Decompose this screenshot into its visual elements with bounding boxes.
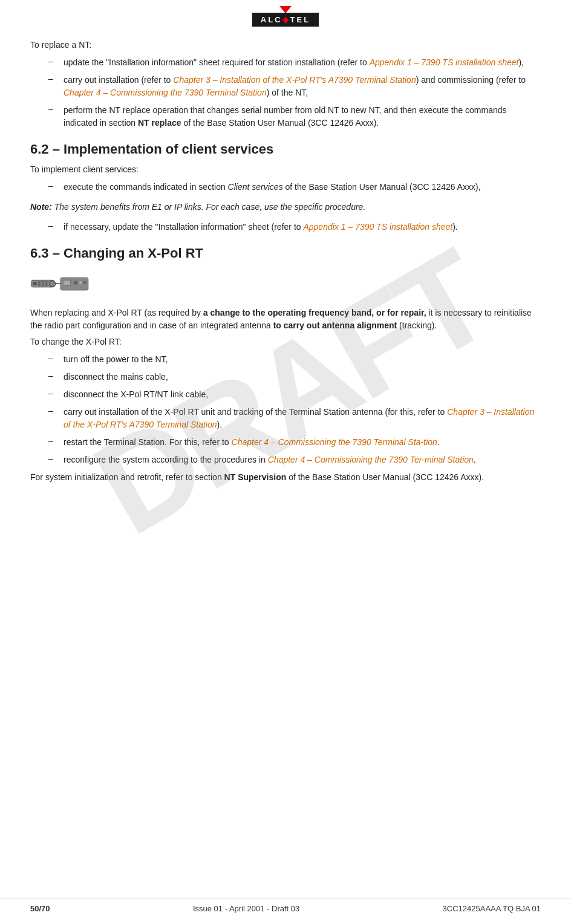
link-chapter4-restart[interactable]: Chapter 4 – Commissioning the 7390 Termi… bbox=[232, 437, 437, 447]
link-chapter3-xpol[interactable]: Chapter 3 – Installation of the X-Pol RT… bbox=[64, 407, 534, 429]
svg-rect-4 bbox=[45, 281, 47, 286]
bullet-dash: – bbox=[48, 74, 60, 83]
bold-nt-replace: NT replace bbox=[138, 118, 181, 128]
svg-point-9 bbox=[79, 281, 82, 284]
list-item: – perform the NT replace operation that … bbox=[48, 104, 535, 129]
main-content: To replace a NT: – update the "Installat… bbox=[0, 27, 571, 499]
bullet-dash: – bbox=[48, 104, 60, 114]
bullet-list-6-3: – turn off the power to the NT, – discon… bbox=[48, 353, 535, 466]
list-item: – restart the Terminal Station. For this… bbox=[48, 436, 535, 449]
bullet-text: carry out installation of the X-Pol RT u… bbox=[64, 406, 535, 431]
link-appendix1[interactable]: Appendix 1 – 7390 TS installation sheet bbox=[370, 57, 519, 67]
svg-rect-1 bbox=[33, 282, 37, 285]
bullet-dash: – bbox=[48, 56, 60, 66]
page-footer: 50/70 Issue 01 - April 2001 - Draft 03 3… bbox=[0, 899, 571, 918]
bullet-text: turn off the power to the NT, bbox=[64, 353, 535, 366]
bold-nt-supervision: NT Supervision bbox=[224, 472, 287, 482]
bullet-list-6-2: – execute the commands indicated in sect… bbox=[48, 181, 535, 194]
svg-rect-3 bbox=[42, 281, 44, 286]
bullet-text: execute the commands indicated in sectio… bbox=[64, 181, 535, 194]
bullet-text: restart the Terminal Station. For this, … bbox=[64, 436, 535, 449]
list-item: – disconnect the mains cable, bbox=[48, 371, 535, 383]
list-item: – update the "Installation information" … bbox=[48, 56, 535, 69]
bullet-text: disconnect the X-Pol RT/NT link cable, bbox=[64, 388, 535, 401]
tool-image bbox=[30, 267, 91, 301]
logo-text-left: ALC bbox=[261, 15, 282, 24]
list-item: – reconfigure the system according to th… bbox=[48, 454, 535, 466]
logo-box: ALC◆TEL bbox=[252, 13, 319, 27]
section-6-3-heading: 6.3 – Changing an X-Pol RT bbox=[30, 246, 535, 261]
page-wrapper: DRAFT ALC◆TEL To replace a NT: – update … bbox=[0, 0, 571, 924]
bullet-dash: – bbox=[48, 181, 60, 190]
bold-change-freq: a change to the operating frequency band… bbox=[203, 308, 426, 317]
bullet-text: carry out installation (refer to Chapter… bbox=[64, 74, 535, 99]
intro-paragraph: To replace a NT: bbox=[30, 39, 535, 51]
svg-rect-7 bbox=[63, 280, 70, 285]
list-item: – disconnect the X-Pol RT/NT link cable, bbox=[48, 388, 535, 401]
bullet-dash: – bbox=[48, 371, 60, 380]
bullet-text: if necessary, update the "Installation i… bbox=[64, 221, 535, 233]
tool-svg-icon bbox=[30, 267, 91, 301]
bullet-dash: – bbox=[48, 221, 60, 230]
final-paragraph: For system initialization and retrofit, … bbox=[30, 471, 535, 484]
list-item: – if necessary, update the "Installation… bbox=[48, 221, 535, 233]
svg-rect-2 bbox=[38, 281, 40, 286]
note-text: The system benefits from E1 or IP links.… bbox=[54, 202, 366, 212]
section-6-3-body: When replacing and X-Pol RT (as required… bbox=[30, 307, 535, 332]
list-item: – turn off the power to the NT, bbox=[48, 353, 535, 366]
bullet-dash: – bbox=[48, 436, 60, 446]
svg-rect-10 bbox=[83, 281, 86, 284]
alcatel-logo: ALC◆TEL bbox=[252, 6, 319, 27]
logo-text-right: TEL bbox=[290, 15, 311, 24]
note-label: Note: bbox=[30, 202, 52, 212]
bullet-list-6-2b: – if necessary, update the "Installation… bbox=[48, 221, 535, 233]
link-chapter4-reconfig[interactable]: Chapter 4 – Commissioning the 7390 Ter-m… bbox=[268, 455, 474, 464]
footer-page-number: 50/70 bbox=[30, 904, 50, 913]
link-appendix1-2[interactable]: Appendix 1 – 7390 TS installation sheet bbox=[303, 222, 452, 232]
logo-dot: ◆ bbox=[282, 15, 290, 24]
bullet-text: update the "Installation information" sh… bbox=[64, 56, 535, 69]
bullet-text: perform the NT replace operation that ch… bbox=[64, 104, 535, 129]
note-paragraph: Note: The system benefits from E1 or IP … bbox=[30, 201, 535, 213]
list-item: – execute the commands indicated in sect… bbox=[48, 181, 535, 194]
link-chapter4-commission[interactable]: Chapter 4 – Commissioning the 7390 Termi… bbox=[64, 88, 267, 97]
section-6-2-heading: 6.2 – Implementation of client services bbox=[30, 142, 535, 157]
bullet-dash: – bbox=[48, 406, 60, 415]
bullet-dash: – bbox=[48, 388, 60, 398]
italic-client-services: Client services bbox=[228, 182, 283, 192]
list-item: – carry out installation (refer to Chapt… bbox=[48, 74, 535, 99]
footer-issue-info: Issue 01 - April 2001 - Draft 03 bbox=[193, 904, 299, 913]
section-6-3-change-intro: To change the X-Pol RT: bbox=[30, 336, 535, 348]
footer-doc-ref: 3CC12425AAAA TQ BJA 01 bbox=[443, 904, 541, 913]
bullet-dash: – bbox=[48, 454, 60, 463]
list-item: – carry out installation of the X-Pol RT… bbox=[48, 406, 535, 431]
link-chapter3-install[interactable]: Chapter 3 – Installation of the X-Pol RT… bbox=[173, 75, 416, 85]
bullet-text: disconnect the mains cable, bbox=[64, 371, 535, 383]
bullet-dash: – bbox=[48, 353, 60, 363]
bullet-list-1: – update the "Installation information" … bbox=[48, 56, 535, 129]
bullet-text: reconfigure the system according to the … bbox=[64, 454, 535, 466]
bold-antenna-align: to carry out antenna alignment bbox=[273, 320, 397, 330]
page-header: ALC◆TEL bbox=[0, 0, 571, 27]
svg-point-8 bbox=[74, 281, 78, 285]
section-6-2-intro: To implement client services: bbox=[30, 163, 535, 176]
